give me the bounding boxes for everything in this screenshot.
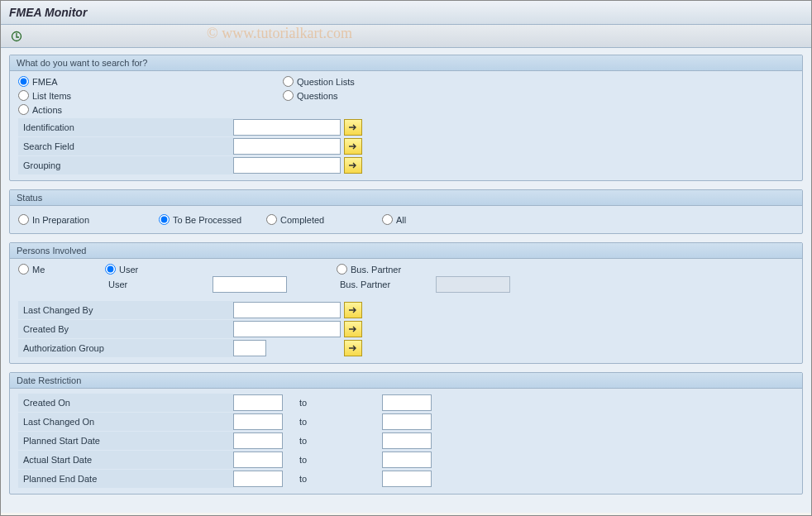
radio-me[interactable]: Me (18, 264, 105, 275)
date-row-planned-start: Planned Start Date to (18, 432, 794, 450)
arrow-right-icon (348, 142, 358, 150)
radio-list-items[interactable]: List Items (18, 90, 283, 101)
user-input[interactable] (213, 276, 287, 293)
last-changed-by-select-button[interactable] (344, 302, 362, 318)
auth-group-row: Authorization Group (18, 339, 794, 357)
radio-bus-partner[interactable]: Bus. Partner (337, 264, 436, 275)
actual-start-from-input[interactable] (233, 452, 283, 468)
content-area: What do you want to search for? FMEA Que… (1, 48, 811, 513)
to-label: to (283, 417, 382, 427)
radio-in-preparation[interactable]: In Preparation (18, 214, 159, 225)
auth-group-label: Authorization Group (18, 339, 233, 357)
search-field-select-button[interactable] (344, 138, 362, 155)
created-by-select-button[interactable] (344, 321, 362, 337)
identification-row: Identification (18, 118, 794, 136)
radio-all-label: All (396, 215, 406, 225)
radio-question-lists-label: Question Lists (297, 77, 355, 87)
radio-in-prep-label: In Preparation (32, 215, 89, 225)
arrow-right-icon (348, 344, 358, 352)
status-panel: Status In Preparation To Be Processed Co… (9, 189, 803, 234)
arrow-right-icon (348, 161, 358, 170)
auth-group-input[interactable] (233, 340, 266, 356)
last-changed-by-label: Last Changed By (18, 301, 233, 319)
created-by-input[interactable] (233, 321, 341, 337)
created-on-label: Created On (18, 394, 233, 412)
last-changed-by-row: Last Changed By (18, 301, 794, 319)
radio-me-label: Me (32, 265, 45, 275)
bus-partner-input (436, 276, 510, 293)
bus-partner-label: Bus. Partner (337, 278, 436, 291)
to-label: to (283, 455, 382, 465)
arrow-right-icon (348, 325, 358, 333)
date-panel-body: Created On to Last Changed On to Planned… (10, 389, 802, 494)
last-changed-to-input[interactable] (382, 413, 432, 430)
radio-all[interactable]: All (382, 214, 406, 225)
execute-icon[interactable] (9, 29, 24, 44)
arrow-right-icon (348, 306, 358, 314)
created-by-label: Created By (18, 320, 233, 338)
identification-select-button[interactable] (344, 119, 362, 136)
actual-start-label: Actual Start Date (18, 451, 233, 469)
radio-bp-label: Bus. Partner (351, 265, 401, 275)
grouping-select-button[interactable] (344, 157, 362, 174)
search-field-row: Search Field (18, 137, 794, 155)
date-panel-header: Date Restriction (10, 373, 802, 389)
radio-question-lists[interactable]: Question Lists (283, 76, 448, 87)
last-changed-by-input[interactable] (233, 302, 341, 318)
last-changed-from-input[interactable] (233, 413, 283, 430)
date-row-planned-end: Planned End Date to (18, 470, 794, 488)
planned-start-to-input[interactable] (382, 432, 432, 449)
radio-to-process-label: To Be Processed (173, 215, 241, 225)
radio-actions-label: Actions (32, 105, 62, 115)
persons-panel-header: Persons Involved (10, 243, 802, 259)
last-changed-label: Last Changed On (18, 413, 233, 431)
grouping-row: Grouping (18, 156, 794, 174)
created-by-row: Created By (18, 320, 794, 338)
radio-questions-label: Questions (297, 91, 338, 101)
planned-start-label: Planned Start Date (18, 432, 233, 450)
identification-label: Identification (18, 118, 233, 136)
planned-end-to-input[interactable] (382, 471, 432, 487)
persons-panel-body: Me User Bus. Partner User Bus. Partner L… (10, 259, 802, 363)
actual-start-to-input[interactable] (382, 452, 432, 468)
page-title: FMEA Monitor (9, 6, 87, 19)
radio-list-items-label: List Items (32, 91, 71, 101)
radio-questions[interactable]: Questions (283, 90, 448, 101)
search-panel-header: What do you want to search for? (10, 55, 802, 71)
radio-completed-label: Completed (280, 215, 324, 225)
created-on-from-input[interactable] (233, 394, 283, 411)
planned-end-label: Planned End Date (18, 470, 233, 488)
date-row-actual-start: Actual Start Date to (18, 451, 794, 469)
date-row-last-changed: Last Changed On to (18, 413, 794, 431)
title-bar: FMEA Monitor (1, 1, 811, 25)
toolbar (1, 25, 811, 48)
identification-input[interactable] (233, 119, 341, 136)
to-label: to (283, 436, 382, 446)
status-panel-body: In Preparation To Be Processed Completed… (10, 206, 802, 233)
radio-user-label: User (119, 265, 138, 275)
radio-actions[interactable]: Actions (18, 104, 283, 115)
radio-completed[interactable]: Completed (266, 214, 382, 225)
grouping-label: Grouping (18, 156, 233, 174)
planned-end-from-input[interactable] (233, 471, 283, 487)
status-panel-header: Status (10, 190, 802, 206)
created-on-to-input[interactable] (382, 394, 432, 411)
to-label: to (283, 398, 382, 408)
persons-panel: Persons Involved Me User Bus. Partner Us… (9, 242, 803, 364)
radio-to-be-processed[interactable]: To Be Processed (159, 214, 266, 225)
search-field-label: Search Field (18, 137, 233, 155)
arrow-right-icon (348, 123, 358, 131)
to-label: to (283, 474, 382, 484)
grouping-input[interactable] (233, 157, 341, 174)
date-panel: Date Restriction Created On to Last Chan… (9, 372, 803, 494)
radio-fmea[interactable]: FMEA (18, 76, 283, 87)
radio-user[interactable]: User (105, 264, 213, 275)
date-row-created-on: Created On to (18, 394, 794, 412)
auth-group-select-button[interactable] (344, 340, 362, 356)
search-panel: What do you want to search for? FMEA Que… (9, 55, 803, 181)
radio-fmea-label: FMEA (32, 77, 58, 87)
search-panel-body: FMEA Question Lists List Items Questions… (10, 71, 802, 180)
search-field-input[interactable] (233, 138, 341, 155)
user-label: User (105, 278, 213, 291)
planned-start-from-input[interactable] (233, 432, 283, 449)
